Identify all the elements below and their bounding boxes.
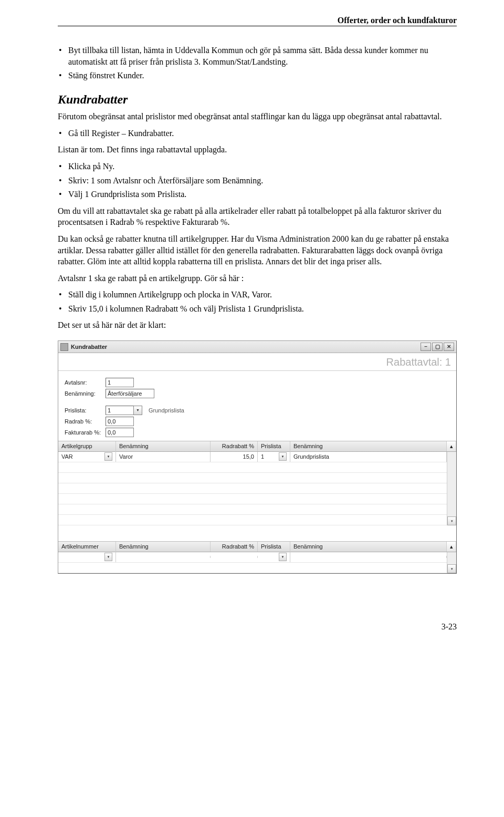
scroll-down-icon[interactable]: ▾ — [447, 564, 456, 573]
cell-rad: 15,0 — [211, 452, 258, 462]
body-text: Byt tillbaka till listan, hämta in Uddev… — [58, 45, 457, 632]
col-header[interactable]: Radrabatt % — [211, 542, 258, 552]
bullet-item: Gå till Register – Kundrabatter. — [58, 128, 457, 139]
app-icon — [60, 343, 68, 351]
table-row[interactable] — [58, 473, 447, 483]
bullet-item: Klicka på Ny. — [58, 161, 457, 172]
prislista-name: Grundprislista — [149, 407, 184, 415]
paragraph: Listan är tom. Det finns inga rabattavta… — [58, 144, 457, 156]
grid-artikelgrupp[interactable]: Artikelgrupp Benämning Radrabatt % Prisl… — [58, 441, 456, 525]
col-header[interactable]: Benämning — [290, 542, 447, 552]
paragraph: Om du vill att rabattavtalet ska ge raba… — [58, 205, 457, 228]
paragraph: Du kan också ge rabatter knutna till art… — [58, 233, 457, 267]
paragraph: Förutom obegränsat antal prislistor med … — [58, 111, 457, 122]
minimize-button[interactable]: – — [421, 343, 431, 351]
input-radrab[interactable]: 0,0 — [106, 417, 134, 426]
dropdown-icon[interactable]: ▼ — [279, 553, 287, 561]
section-heading: Kundrabatter — [58, 91, 457, 108]
table-row[interactable]: ▼ ▼ — [58, 552, 447, 563]
label-benamning: Benämning: — [65, 390, 106, 398]
col-header[interactable]: Radrabatt % — [211, 441, 258, 451]
col-header[interactable]: Prislista — [258, 441, 290, 451]
page-number: 3-23 — [58, 621, 457, 633]
bullet-item: Skriv: 1 som Avtalsnr och Återförsäljare… — [58, 175, 457, 187]
col-header[interactable]: Artikelnummer — [58, 542, 116, 552]
col-header[interactable]: Benämning — [116, 441, 211, 451]
scrollbar[interactable]: ▾ — [447, 452, 456, 525]
table-row[interactable] — [58, 515, 447, 525]
label-prislista: Prislista: — [65, 407, 106, 415]
bullet-item: Skriv 15,0 i kolumnen Radrabatt % och vä… — [58, 303, 457, 315]
dropdown-icon[interactable]: ▼ — [104, 452, 112, 461]
label-radrab: Radrab %: — [65, 418, 106, 426]
table-row[interactable] — [58, 483, 447, 494]
grid-artikelnummer[interactable]: Artikelnummer Benämning Radrabatt % Pris… — [58, 541, 456, 573]
label-avtalsnr: Avtalsnr: — [65, 379, 106, 387]
bullet-item: Ställ dig i kolumnen Artikelgrupp och pl… — [58, 289, 457, 301]
cell-pris: 1 — [261, 453, 264, 461]
window-title: Kundrabatter — [71, 343, 107, 351]
scroll-up-icon[interactable]: ▴ — [447, 542, 456, 552]
table-row[interactable] — [58, 504, 447, 515]
bullet-group-a: Gå till Register – Kundrabatter. — [58, 128, 457, 139]
input-benamning[interactable]: Återförsäljare — [106, 389, 154, 398]
bullet-group-1: Byt tillbaka till listan, hämta in Uddev… — [58, 45, 457, 81]
label-fakturarab: Fakturarab %: — [65, 429, 106, 437]
bullet-item: Byt tillbaka till listan, hämta in Uddev… — [58, 45, 457, 67]
table-row[interactable]: VAR ▼ Varor 15,0 1 ▼ Grundprislista — [58, 452, 447, 462]
page-header: Offerter, order och kundfakturor — [58, 16, 457, 26]
col-header[interactable]: Artikelgrupp — [58, 441, 116, 451]
table-row[interactable] — [58, 494, 447, 504]
bullet-group-b: Klicka på Ny. Skriv: 1 som Avtalsnr och … — [58, 161, 457, 200]
cell-art: VAR — [61, 453, 73, 461]
dropdown-icon[interactable]: ▼ — [104, 553, 112, 561]
col-header[interactable]: Prislista — [258, 542, 290, 552]
bullet-item: Välj 1 Grundprislista som Prislista. — [58, 189, 457, 200]
input-prislista[interactable]: 1 — [106, 406, 134, 415]
input-avtalsnr[interactable]: 1 — [106, 378, 134, 387]
bullet-group-c: Ställ dig i kolumnen Artikelgrupp och pl… — [58, 289, 457, 314]
table-row[interactable] — [58, 462, 447, 473]
scroll-up-icon[interactable]: ▴ — [447, 441, 456, 451]
paragraph: Det ser ut så här när det är klart: — [58, 319, 457, 331]
scrollbar[interactable]: ▾ — [447, 552, 456, 573]
cell-ben2: Grundprislista — [290, 452, 447, 462]
input-fakturarab[interactable]: 0,0 — [106, 428, 134, 437]
dropdown-icon[interactable]: ▼ — [279, 452, 287, 461]
paragraph: Avtalsnr 1 ska ge rabatt på en artikelgr… — [58, 273, 457, 284]
form-area: Avtalsnr: 1 Benämning: Återförsäljare Pr… — [58, 371, 456, 441]
titlebar[interactable]: Kundrabatter – ▢ ✕ — [58, 341, 456, 353]
scroll-down-icon[interactable]: ▾ — [447, 516, 456, 525]
dropdown-icon[interactable]: ▼ — [134, 406, 142, 415]
subheader: Rabattavtal: 1 — [58, 353, 456, 371]
col-header[interactable]: Benämning — [116, 542, 211, 552]
maximize-button[interactable]: ▢ — [432, 343, 443, 351]
cell-ben: Varor — [116, 452, 211, 462]
bullet-item: Stäng fönstret Kunder. — [58, 70, 457, 81]
close-button[interactable]: ✕ — [444, 343, 454, 351]
window-kundrabatter: Kundrabatter – ▢ ✕ Rabattavtal: 1 Avtals… — [58, 340, 457, 574]
col-header[interactable]: Benämning — [290, 441, 447, 451]
table-row[interactable] — [58, 563, 447, 573]
